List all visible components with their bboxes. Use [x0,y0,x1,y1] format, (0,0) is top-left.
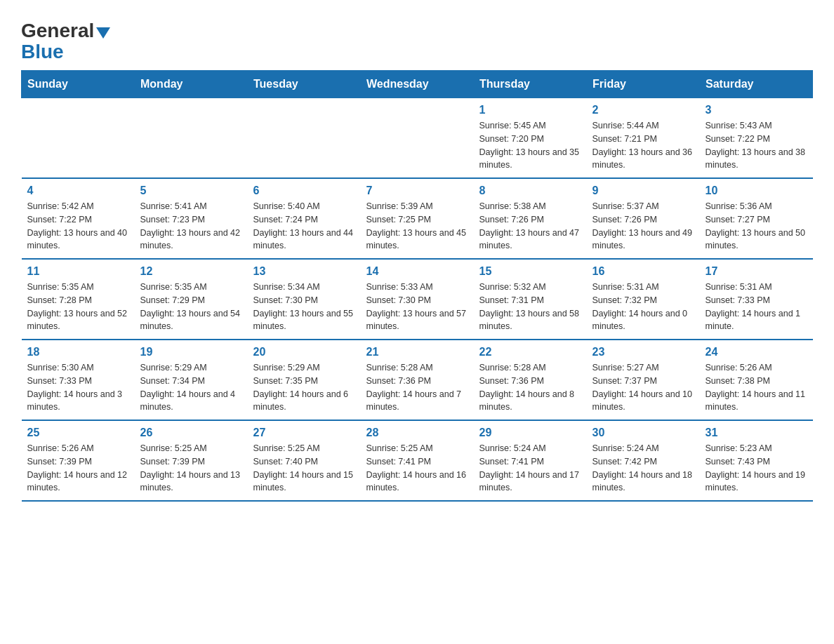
day-number: 17 [706,265,807,278]
calendar-cell: 27Sunrise: 5:25 AM Sunset: 7:40 PM Dayli… [248,420,361,501]
calendar-cell: 23Sunrise: 5:27 AM Sunset: 7:37 PM Dayli… [587,340,700,420]
day-number: 20 [253,346,355,358]
calendar-cell: 26Sunrise: 5:25 AM Sunset: 7:39 PM Dayli… [135,420,248,501]
calendar-cell: 4Sunrise: 5:42 AM Sunset: 7:22 PM Daylig… [22,178,135,259]
calendar-cell: 8Sunrise: 5:38 AM Sunset: 7:26 PM Daylig… [474,178,587,259]
day-number: 26 [140,427,242,439]
calendar-cell: 22Sunrise: 5:28 AM Sunset: 7:36 PM Dayli… [474,340,587,420]
calendar-cell: 30Sunrise: 5:24 AM Sunset: 7:42 PM Dayli… [587,420,700,501]
calendar-cell: 15Sunrise: 5:32 AM Sunset: 7:31 PM Dayli… [474,259,587,340]
day-info: Sunrise: 5:32 AM Sunset: 7:31 PM Dayligh… [479,281,581,333]
calendar-cell: 24Sunrise: 5:26 AM Sunset: 7:38 PM Dayli… [700,340,813,420]
day-number: 28 [366,427,468,439]
day-number: 6 [253,185,355,197]
day-number: 22 [479,346,581,358]
calendar-week-4: 18Sunrise: 5:30 AM Sunset: 7:33 PM Dayli… [22,340,813,420]
calendar-week-1: 1Sunrise: 5:45 AM Sunset: 7:20 PM Daylig… [22,98,813,179]
day-info: Sunrise: 5:25 AM Sunset: 7:39 PM Dayligh… [140,442,242,495]
day-number: 16 [593,265,694,278]
calendar-cell: 16Sunrise: 5:31 AM Sunset: 7:32 PM Dayli… [587,259,700,340]
calendar-cell: 29Sunrise: 5:24 AM Sunset: 7:41 PM Dayli… [474,420,587,501]
calendar-cell: 3Sunrise: 5:43 AM Sunset: 7:22 PM Daylig… [700,98,813,179]
calendar-week-5: 25Sunrise: 5:26 AM Sunset: 7:39 PM Dayli… [22,420,813,501]
calendar-cell: 19Sunrise: 5:29 AM Sunset: 7:34 PM Dayli… [135,340,248,420]
calendar-cell: 31Sunrise: 5:23 AM Sunset: 7:43 PM Dayli… [700,420,813,501]
day-number: 19 [140,346,242,358]
calendar-cell: 12Sunrise: 5:35 AM Sunset: 7:29 PM Dayli… [135,259,248,340]
day-number: 8 [479,185,581,197]
header-cell-thursday: Thursday [474,71,587,98]
logo: General Blue [21,14,110,63]
calendar-cell [22,98,135,179]
day-info: Sunrise: 5:45 AM Sunset: 7:20 PM Dayligh… [479,119,581,172]
day-number: 29 [479,427,581,439]
day-info: Sunrise: 5:41 AM Sunset: 7:23 PM Dayligh… [140,200,242,253]
day-number: 30 [593,427,694,439]
day-info: Sunrise: 5:31 AM Sunset: 7:33 PM Dayligh… [706,281,807,333]
logo-blue: Blue [21,41,64,63]
day-info: Sunrise: 5:29 AM Sunset: 7:35 PM Dayligh… [253,361,355,414]
day-info: Sunrise: 5:25 AM Sunset: 7:40 PM Dayligh… [253,442,355,495]
day-info: Sunrise: 5:35 AM Sunset: 7:28 PM Dayligh… [27,281,129,333]
day-number: 5 [140,185,242,197]
day-info: Sunrise: 5:35 AM Sunset: 7:29 PM Dayligh… [140,281,242,333]
day-number: 7 [366,185,468,197]
calendar-week-3: 11Sunrise: 5:35 AM Sunset: 7:28 PM Dayli… [22,259,813,340]
day-info: Sunrise: 5:43 AM Sunset: 7:22 PM Dayligh… [706,119,807,172]
day-info: Sunrise: 5:34 AM Sunset: 7:30 PM Dayligh… [253,281,355,333]
day-info: Sunrise: 5:27 AM Sunset: 7:37 PM Dayligh… [593,361,694,414]
calendar-cell: 2Sunrise: 5:44 AM Sunset: 7:21 PM Daylig… [587,98,700,179]
calendar-cell: 20Sunrise: 5:29 AM Sunset: 7:35 PM Dayli… [248,340,361,420]
header-cell-friday: Friday [587,71,700,98]
calendar-cell: 6Sunrise: 5:40 AM Sunset: 7:24 PM Daylig… [248,178,361,259]
day-number: 25 [27,427,129,439]
day-info: Sunrise: 5:26 AM Sunset: 7:38 PM Dayligh… [706,361,807,414]
day-info: Sunrise: 5:30 AM Sunset: 7:33 PM Dayligh… [27,361,129,414]
calendar-cell: 25Sunrise: 5:26 AM Sunset: 7:39 PM Dayli… [22,420,135,501]
day-number: 2 [593,104,694,116]
logo-general: General [21,21,94,41]
day-info: Sunrise: 5:38 AM Sunset: 7:26 PM Dayligh… [479,200,581,253]
calendar-header: SundayMondayTuesdayWednesdayThursdayFrid… [22,71,813,98]
calendar-cell: 14Sunrise: 5:33 AM Sunset: 7:30 PM Dayli… [361,259,474,340]
calendar-cell: 13Sunrise: 5:34 AM Sunset: 7:30 PM Dayli… [248,259,361,340]
header-row: SundayMondayTuesdayWednesdayThursdayFrid… [22,71,813,98]
calendar-week-2: 4Sunrise: 5:42 AM Sunset: 7:22 PM Daylig… [22,178,813,259]
calendar-body: 1Sunrise: 5:45 AM Sunset: 7:20 PM Daylig… [22,98,813,502]
day-info: Sunrise: 5:23 AM Sunset: 7:43 PM Dayligh… [706,442,807,495]
logo-triangle-icon [96,27,110,39]
page-header: General Blue [21,14,813,63]
day-info: Sunrise: 5:40 AM Sunset: 7:24 PM Dayligh… [253,200,355,253]
day-number: 23 [593,346,694,358]
calendar-cell: 17Sunrise: 5:31 AM Sunset: 7:33 PM Dayli… [700,259,813,340]
day-info: Sunrise: 5:26 AM Sunset: 7:39 PM Dayligh… [27,442,129,495]
calendar-cell: 18Sunrise: 5:30 AM Sunset: 7:33 PM Dayli… [22,340,135,420]
day-info: Sunrise: 5:28 AM Sunset: 7:36 PM Dayligh… [479,361,581,414]
day-number: 10 [706,185,807,197]
calendar-cell [248,98,361,179]
day-number: 12 [140,265,242,278]
day-number: 21 [366,346,468,358]
day-info: Sunrise: 5:24 AM Sunset: 7:42 PM Dayligh… [593,442,694,495]
calendar-cell: 11Sunrise: 5:35 AM Sunset: 7:28 PM Dayli… [22,259,135,340]
day-info: Sunrise: 5:37 AM Sunset: 7:26 PM Dayligh… [593,200,694,253]
day-number: 24 [706,346,807,358]
calendar-cell: 28Sunrise: 5:25 AM Sunset: 7:41 PM Dayli… [361,420,474,501]
calendar-cell: 10Sunrise: 5:36 AM Sunset: 7:27 PM Dayli… [700,178,813,259]
calendar-cell: 5Sunrise: 5:41 AM Sunset: 7:23 PM Daylig… [135,178,248,259]
day-info: Sunrise: 5:33 AM Sunset: 7:30 PM Dayligh… [366,281,468,333]
calendar-cell: 9Sunrise: 5:37 AM Sunset: 7:26 PM Daylig… [587,178,700,259]
day-info: Sunrise: 5:29 AM Sunset: 7:34 PM Dayligh… [140,361,242,414]
day-number: 27 [253,427,355,439]
day-info: Sunrise: 5:31 AM Sunset: 7:32 PM Dayligh… [593,281,694,333]
day-number: 11 [27,265,129,278]
calendar-cell: 21Sunrise: 5:28 AM Sunset: 7:36 PM Dayli… [361,340,474,420]
calendar-cell: 7Sunrise: 5:39 AM Sunset: 7:25 PM Daylig… [361,178,474,259]
header-cell-wednesday: Wednesday [361,71,474,98]
day-number: 15 [479,265,581,278]
day-info: Sunrise: 5:36 AM Sunset: 7:27 PM Dayligh… [706,200,807,253]
day-info: Sunrise: 5:39 AM Sunset: 7:25 PM Dayligh… [366,200,468,253]
header-cell-monday: Monday [135,71,248,98]
calendar-table: SundayMondayTuesdayWednesdayThursdayFrid… [21,70,813,502]
day-number: 31 [706,427,807,439]
